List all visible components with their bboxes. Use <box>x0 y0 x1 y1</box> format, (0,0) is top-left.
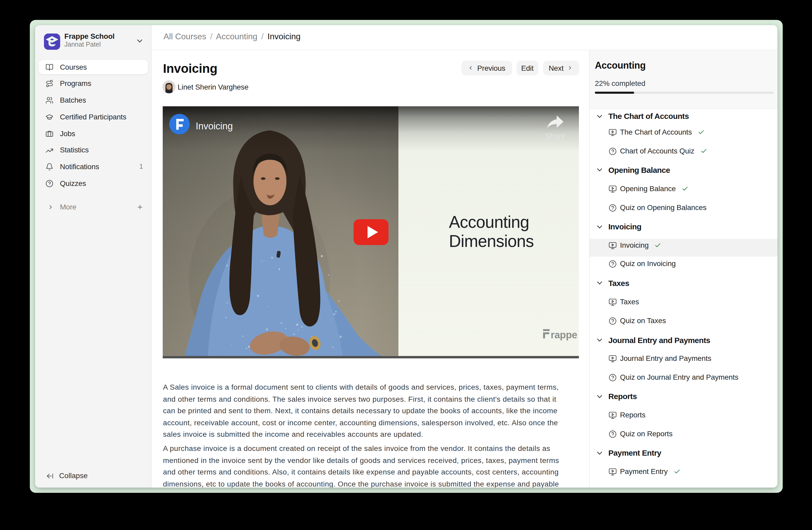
svg-text:rappe: rappe <box>551 330 577 341</box>
svg-text:Share: Share <box>545 132 565 141</box>
svg-text:Invoicing: Invoicing <box>196 121 233 132</box>
svg-text:Accounting: Accounting <box>449 213 529 232</box>
svg-text:Dimensions: Dimensions <box>449 232 534 251</box>
